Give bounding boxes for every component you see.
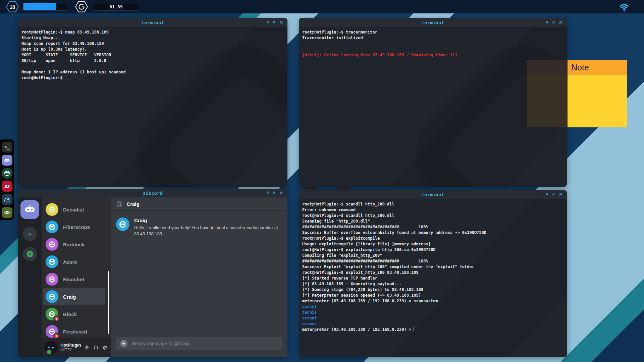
ziscord-home-button[interactable] [20, 200, 39, 219]
server-avatar [46, 221, 58, 233]
terminal-line: extent [302, 315, 564, 321]
message-avatar [116, 218, 129, 231]
eye-app-icon[interactable] [2, 207, 12, 218]
minimize-button[interactable]: ˅ [546, 18, 548, 27]
ziscord-logo-icon [48, 276, 56, 283]
level-progress-fill [24, 3, 56, 10]
server-name: Ricochet [63, 277, 84, 282]
terminal-app-icon[interactable]: >_ [2, 142, 12, 153]
user-tag: #7777 [60, 348, 81, 353]
terminal-line: meterpreter (83.49.108.189 / 192.168.0.2… [302, 298, 564, 304]
terminal-output[interactable]: root@HotPlugin:~$ nmap 83.49.108.189Star… [18, 27, 287, 187]
input-placeholder: Send a message to @Craig [132, 341, 190, 346]
terminal-line: Success: Buffer overflow vulnerability f… [302, 230, 564, 236]
rail-divider [24, 223, 36, 223]
server-name: Fiberscope [63, 224, 90, 230]
terminal-line: Scanning file "http_200.dll" [302, 219, 564, 224]
server-item[interactable]: Ricochet [43, 270, 105, 288]
terminal-line: tennis [302, 310, 564, 315]
add-server-button[interactable]: + [23, 227, 37, 241]
sz-label: SZ [4, 184, 10, 189]
close-button[interactable]: ✕ [558, 18, 563, 27]
terminal-window-exploit: terminal ˅ ˄ ✕ root@HotPlugin:~$ scandll… [299, 190, 567, 357]
sticky-note[interactable]: Note [568, 60, 627, 127]
channel-list-scrollbar[interactable] [108, 271, 109, 334]
titlebar[interactable]: ziscord ˅ ˄ ✕ [18, 189, 287, 197]
chat-recipient: Craig [126, 201, 139, 207]
chat-area: @ Craig Craig Hello, i really need your … [111, 197, 287, 357]
wifi-icon[interactable] [619, 1, 630, 12]
browser-app-icon[interactable] [2, 168, 12, 179]
settings-gear-icon[interactable] [102, 345, 108, 351]
terminal-output[interactable]: root@HotPlugin:~$ tracermonitorTracermon… [299, 27, 567, 187]
terminal-line: Tracermonitor initialized [302, 35, 564, 41]
titlebar[interactable]: terminal ˅ ˄ ✕ [299, 190, 567, 199]
maximize-button[interactable]: ˄ [552, 18, 555, 27]
user-panel: HotPlugin #7777 [42, 338, 111, 357]
user-avatar [44, 341, 58, 354]
terminal-window-nmap: terminal ˅ ˄ ✕ root@HotPlugin:~$ nmap 83… [18, 18, 287, 187]
notification-badge: 1 [53, 315, 60, 322]
terminal-line: ########################################… [302, 224, 564, 230]
channel-list: Decadist Fiberscope [42, 197, 111, 357]
stat-value-box: 81.39 [94, 3, 138, 10]
server-item[interactable]: 1 Block [43, 305, 105, 323]
minimize-button[interactable]: ˅ [546, 190, 548, 199]
terminal-line: [*] Meterpreter session opened (-> 83.49… [302, 293, 564, 298]
terminal-line: root@HotPlugin:~$ exploit_http_200 83.49… [302, 270, 564, 276]
minimize-button[interactable]: ˅ [266, 189, 269, 197]
headphones-icon[interactable] [93, 345, 99, 351]
server-avatar [46, 290, 58, 303]
top-status-bar: 18 81.39 [0, 0, 644, 13]
maximize-button[interactable]: ˄ [552, 190, 555, 199]
minimize-button[interactable]: ˅ [266, 18, 269, 27]
window-title: terminal [422, 20, 444, 25]
ziscord-logo-icon [119, 220, 127, 228]
wave-app-icon[interactable] [2, 194, 12, 205]
terminal-line: root@HotPlugin:~$ [21, 75, 284, 81]
terminal-output[interactable]: root@HotPlugin:~$ scandll http_200.dllEr… [299, 199, 567, 357]
sz-app-icon[interactable]: SZ [2, 181, 12, 192]
close-button[interactable]: ✕ [279, 189, 283, 197]
terminal-line: Starting Nmap... [21, 35, 284, 41]
terminal-line: root@HotPlugin:~$ nmap 83.49.108.189 [21, 29, 284, 35]
note-shadow [527, 60, 568, 127]
server-item[interactable]: Azure [43, 253, 105, 270]
explore-servers-button[interactable] [23, 247, 37, 261]
terminal-glyph: >_ [5, 145, 9, 149]
server-item[interactable]: Craig [43, 288, 105, 305]
terminal-line: root@HotPlugin:~$ scandll http_200.dll [302, 213, 564, 219]
message-input[interactable]: + Send a message to @Craig [116, 337, 282, 350]
terminal-line [302, 47, 564, 52]
maximize-button[interactable]: ˄ [273, 18, 275, 27]
server-item[interactable]: Fiberscope [43, 218, 105, 236]
microphone-icon[interactable] [84, 345, 90, 351]
server-item[interactable]: Decadist [43, 201, 105, 218]
terminal-line: root@HotPlugin:~$ exploitcompile http_20… [302, 247, 564, 253]
server-name: Ruddock [63, 242, 85, 247]
username: HotPlugin [60, 343, 81, 348]
message-author: Craig [134, 218, 282, 223]
ziscord-logo-icon [48, 258, 56, 265]
terminal-line [21, 64, 284, 69]
maximize-button[interactable]: ˄ [273, 189, 275, 197]
globe-icon [3, 170, 11, 177]
close-button[interactable]: ✕ [279, 18, 283, 27]
robot-face-icon [3, 157, 11, 164]
at-icon: @ [116, 200, 123, 208]
server-name: Block [63, 311, 77, 317]
ziscord-app-icon[interactable] [2, 155, 12, 166]
plus-icon: + [27, 229, 32, 239]
titlebar[interactable]: terminal ˅ ˄ ✕ [299, 18, 567, 27]
terminal-line [302, 41, 564, 47]
titlebar[interactable]: terminal ˅ ˄ ✕ [18, 18, 287, 27]
server-avatar: 1 [46, 325, 58, 338]
close-button[interactable]: ✕ [558, 190, 563, 199]
server-item[interactable]: Ruddock [43, 236, 105, 253]
note-shadow-header [527, 60, 568, 74]
attach-button[interactable]: + [120, 340, 127, 347]
server-avatar [46, 255, 58, 268]
server-name: Decadist [63, 207, 84, 213]
server-avatar [46, 238, 58, 251]
terminal-line: ########################################… [302, 258, 564, 264]
